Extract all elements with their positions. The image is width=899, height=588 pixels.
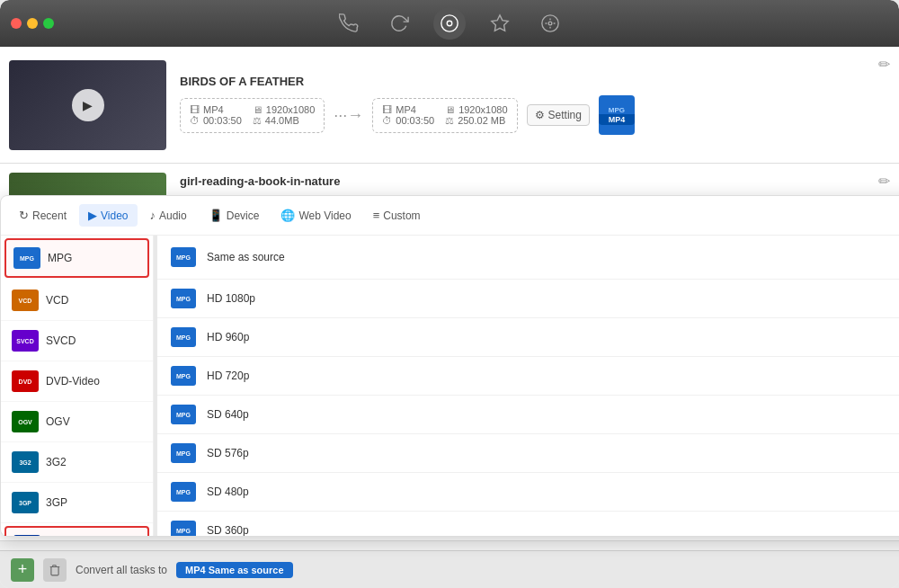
film-icon: 🎞 — [190, 104, 200, 115]
titlebar — [0, 0, 899, 47]
sd576-icon: MPG — [171, 443, 196, 463]
quality-name-sd576: SD 576p — [207, 447, 899, 459]
dvd-badge: DVD — [12, 370, 39, 392]
web-tab-icon: 🌐 — [280, 209, 295, 222]
app-window: ▶ BIRDS OF A FEATHER 🎞 MP4 ⏱ 00:03: — [0, 0, 899, 588]
tab-custom[interactable]: ≡ Custom — [364, 204, 430, 227]
tab-audio[interactable]: ♪ Audio — [141, 204, 196, 227]
video-info-2: girl-reading-a-book-in-nature 🎞 MP4 ⏱ 00… — [166, 173, 890, 206]
tab-recent[interactable]: ↻ Recent — [10, 204, 76, 227]
audio-tab-icon: ♪ — [150, 209, 156, 222]
input-format-1: 🎞 MP4 ⏱ 00:03:50 — [190, 104, 242, 127]
video-tab-icon: ▶ — [88, 209, 97, 222]
format-item-ogv[interactable]: OGV OGV — [1, 402, 153, 442]
setting-label: Setting — [548, 109, 582, 121]
refresh-icon[interactable] — [383, 7, 415, 40]
film-out-icon: 🎞 — [382, 104, 392, 115]
hd720-icon: MPG — [171, 366, 196, 386]
tab-video-label: Video — [101, 209, 128, 222]
sparkle-icon[interactable] — [484, 7, 516, 40]
recent-icon: ↻ — [19, 209, 29, 222]
quality-name-sd480: SD 480p — [207, 486, 899, 498]
size-icon: ⚖ — [253, 115, 262, 127]
minimize-button[interactable] — [27, 18, 38, 29]
format-item-svcd[interactable]: SVCD SVCD — [1, 321, 153, 361]
tab-web-video[interactable]: 🌐 Web Video — [271, 204, 360, 227]
quality-name-hd1080: HD 1080p — [207, 292, 899, 305]
edit-button-2[interactable]: ✏ — [878, 173, 890, 190]
display-icon: 🖥 — [253, 104, 263, 115]
svcd-label: SVCD — [46, 334, 76, 347]
format-tabs: ↻ Recent ▶ Video ♪ Audio 📱 — [1, 196, 899, 236]
disc-icon[interactable] — [534, 7, 566, 40]
thumbnail-1[interactable]: ▶ — [9, 60, 166, 150]
quality-sd576[interactable]: MPG SD 576p 768*576 — [157, 434, 899, 473]
filesize-1: ⚖ 44.0MB — [253, 115, 315, 127]
sd640-icon: MPG — [171, 405, 196, 424]
quality-sd640[interactable]: MPG SD 640p 960*640 — [157, 396, 899, 434]
3g2-label: 3G2 — [46, 456, 67, 468]
tab-recent-label: Recent — [32, 209, 67, 222]
tab-device[interactable]: 📱 Device — [200, 204, 269, 227]
quality-list: MPG Same as source Auto ⚙ MPG HD 1080p 1… — [157, 236, 899, 536]
main-content: ▶ BIRDS OF A FEATHER 🎞 MP4 ⏱ 00:03: — [0, 47, 899, 588]
format-item-dvd[interactable]: DVD DVD-Video — [1, 361, 153, 402]
3gp-label: 3GP — [46, 496, 67, 509]
quality-hd960[interactable]: MPG HD 960p 1280*960 — [157, 318, 899, 357]
input-duration-1: ⏱ 00:03:50 — [190, 115, 242, 126]
custom-tab-icon: ≡ — [373, 209, 380, 222]
format-item-3gp[interactable]: 3GP 3GP — [1, 483, 153, 523]
quality-name-hd720: HD 720p — [207, 370, 899, 382]
clock-out-icon: ⏱ — [382, 115, 392, 126]
output-format-badge-1[interactable]: MPG MP4 — [599, 95, 635, 135]
resolution-1: 🖥 1920x1080 — [253, 104, 315, 115]
vcd-badge: VCD — [12, 290, 39, 311]
video-item-1: ▶ BIRDS OF A FEATHER 🎞 MP4 ⏱ 00:03: — [0, 47, 899, 164]
format-item-mpg[interactable]: MPG MPG — [4, 238, 149, 278]
maximize-button[interactable] — [43, 18, 54, 29]
ts-badge: TS — [13, 535, 40, 536]
add-task-button[interactable]: + — [11, 558, 34, 582]
tab-video[interactable]: ▶ Video — [79, 204, 137, 227]
format-item-vcd[interactable]: VCD VCD — [1, 281, 153, 321]
input-format-label-1: 🎞 MP4 — [190, 104, 242, 115]
svg-point-1 — [447, 21, 452, 26]
close-button[interactable] — [11, 18, 22, 29]
quality-hd720[interactable]: MPG HD 720p 1280*720 — [157, 357, 899, 396]
convert-label: Convert all tasks to — [76, 564, 167, 576]
format-item-3g2[interactable]: 3G2 3G2 — [1, 442, 153, 483]
tab-custom-label: Custom — [383, 209, 420, 222]
quality-sd360[interactable]: MPG SD 360p 480*360 — [157, 512, 899, 536]
quality-same-as-source[interactable]: MPG Same as source Auto ⚙ — [157, 236, 899, 280]
tab-web-label: Web Video — [298, 209, 351, 222]
svcd-badge: SVCD — [12, 330, 39, 352]
edit-button-1[interactable]: ✏ — [878, 56, 890, 73]
video-convert-icon[interactable] — [433, 7, 466, 40]
format-list: MPG MPG VCD VCD SVCD SVCD — [1, 236, 154, 536]
video-item-2: ▶ girl-reading-a-book-in-nature 🎞 MP4 ⏱ … — [0, 164, 899, 541]
format-item-ts[interactable]: TS TS — [4, 526, 149, 536]
video-title-2: girl-reading-a-book-in-nature — [180, 174, 877, 188]
window-controls — [11, 18, 54, 29]
quality-sd480[interactable]: MPG SD 480p 640*480 — [157, 473, 899, 512]
play-button-1[interactable]: ▶ — [72, 89, 104, 121]
output-duration-1: ⏱ 00:03:50 — [382, 115, 434, 126]
arrow-icon: ···→ — [334, 106, 363, 125]
bottom-bar: + Convert all tasks to MP4 Same as sourc… — [0, 550, 899, 588]
display-out-icon: 🖥 — [445, 104, 455, 115]
setting-button-1[interactable]: ⚙ Setting — [527, 104, 590, 126]
output-format-label-1: 🎞 MP4 — [382, 104, 434, 115]
output-res-1: 🖥 1920x1080 ⚖ 250.02 MB — [445, 104, 507, 127]
same-source-icon: MPG — [171, 247, 196, 267]
svg-marker-2 — [492, 15, 508, 31]
tab-device-label: Device — [227, 209, 260, 222]
video-info-1: BIRDS OF A FEATHER 🎞 MP4 ⏱ 00:03:50 — [166, 75, 890, 135]
bottom-format-badge[interactable]: MP4 Same as source — [176, 562, 292, 578]
input-specs-1: 🎞 MP4 ⏱ 00:03:50 🖥 1920x1080 — [180, 98, 325, 133]
delete-task-button[interactable] — [43, 558, 67, 582]
phone-icon[interactable] — [333, 7, 365, 40]
mpg-label: MPG — [48, 252, 72, 264]
quality-hd1080[interactable]: MPG HD 1080p 1920*1080 — [157, 280, 899, 318]
video-title-1: BIRDS OF A FEATHER — [180, 75, 877, 88]
format-body: MPG MPG VCD VCD SVCD SVCD — [1, 236, 899, 536]
